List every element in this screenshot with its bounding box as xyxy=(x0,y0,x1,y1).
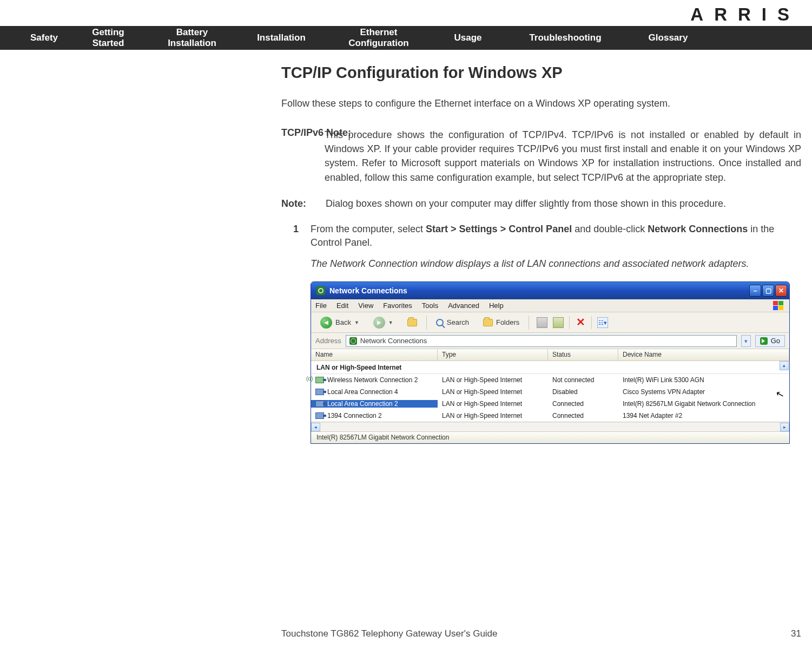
list-body: ▴ LAN or High-Speed Internet Wireless Ne… xyxy=(311,361,789,422)
address-icon xyxy=(349,337,357,345)
address-label: Address xyxy=(315,337,341,345)
back-label: Back xyxy=(335,318,351,326)
row-name: 1394 Connection 2 xyxy=(327,412,382,419)
copy-to-icon[interactable] xyxy=(553,317,564,328)
nav-ethernet-l2: Configuration xyxy=(348,38,408,48)
tcpipv6-note: TCP/IPv6 Note: This procedure shows the … xyxy=(281,126,801,184)
row-name: Local Area Connection 4 xyxy=(327,388,398,396)
nav-safety[interactable]: Safety xyxy=(16,32,70,43)
forward-dropdown-icon[interactable]: ▼ xyxy=(388,320,393,325)
nav-glossary[interactable]: Glossary xyxy=(628,32,709,43)
general-note-body: Dialog boxes shown on your computer may … xyxy=(326,196,726,211)
list-item[interactable]: Local Area Connection 4 LAN or High-Spee… xyxy=(311,386,789,398)
menu-bar: File Edit View Favorites Tools Advanced … xyxy=(311,299,789,312)
nav-getting-started-l2: Started xyxy=(93,38,124,48)
minimize-button[interactable]: – xyxy=(749,285,761,297)
step-1-target: Network Connections xyxy=(648,224,748,234)
menu-advanced[interactable]: Advanced xyxy=(448,301,479,310)
views-button[interactable]: ☷▾ xyxy=(597,317,608,328)
address-dropdown[interactable]: ▾ xyxy=(741,335,751,347)
status-bar: Intel(R) 82567LM Gigabit Network Connect… xyxy=(311,431,789,443)
menu-edit[interactable]: Edit xyxy=(336,301,348,310)
close-button[interactable]: ✕ xyxy=(775,285,787,297)
menu-view[interactable]: View xyxy=(358,301,373,310)
scroll-up-button[interactable]: ▴ xyxy=(780,361,789,370)
col-status[interactable]: Status xyxy=(548,349,618,360)
nav-getting-started[interactable]: Getting Started xyxy=(70,27,146,49)
scroll-left-button[interactable]: ◂ xyxy=(311,423,320,431)
back-button[interactable]: ◄ Back ▼ xyxy=(315,315,364,330)
windows-flag-icon xyxy=(773,301,785,311)
row-type: LAN or High-Speed Internet xyxy=(438,388,548,396)
row-status: Disabled xyxy=(548,388,618,396)
go-button[interactable]: Go xyxy=(755,335,785,347)
delete-icon[interactable]: ✕ xyxy=(575,317,586,328)
up-folder-icon xyxy=(407,319,417,326)
scroll-track[interactable] xyxy=(320,423,780,431)
step-1-result: The Network Connection window displays a… xyxy=(311,257,801,271)
folders-button[interactable]: Folders xyxy=(478,315,524,330)
horizontal-scrollbar[interactable]: ◂ ▸ xyxy=(311,422,789,431)
back-icon: ◄ xyxy=(320,317,332,329)
up-button[interactable] xyxy=(402,315,422,330)
menu-favorites[interactable]: Favorites xyxy=(383,301,412,310)
menu-help[interactable]: Help xyxy=(489,301,504,310)
toolbar-separator-4 xyxy=(591,316,592,329)
list-item[interactable]: 1394 Connection 2 LAN or High-Speed Inte… xyxy=(311,410,789,422)
row-device: Intel(R) WiFi Link 5300 AGN xyxy=(618,376,789,384)
nav-installation[interactable]: Installation xyxy=(238,32,325,43)
row-name: Local Area Connection 2 xyxy=(327,400,398,408)
content: TCP/IP Configuration for Windows XP Foll… xyxy=(281,64,801,444)
list-item[interactable]: Wireless Network Connection 2 LAN or Hig… xyxy=(311,374,789,386)
back-dropdown-icon[interactable]: ▼ xyxy=(354,320,359,325)
row-status: Not connected xyxy=(548,376,618,384)
toolbar: ◄ Back ▼ ► ▼ Search Folders xyxy=(311,312,789,333)
forward-button[interactable]: ► ▼ xyxy=(368,315,398,330)
row-device: 1394 Net Adapter #2 xyxy=(618,412,789,419)
move-to-icon[interactable] xyxy=(537,317,547,328)
menu-tools[interactable]: Tools xyxy=(422,301,438,310)
list-item-selected[interactable]: Local Area Connection 2 LAN or High-Spee… xyxy=(311,398,789,410)
nic-icon xyxy=(315,401,324,407)
nic-icon xyxy=(315,389,324,395)
col-name[interactable]: Name xyxy=(311,349,438,360)
nav-ethernet-configuration[interactable]: Ethernet Configuration xyxy=(325,27,433,49)
search-label: Search xyxy=(447,318,469,326)
toolbar-separator-2 xyxy=(529,316,529,330)
address-value: Network Connections xyxy=(360,337,427,345)
search-icon xyxy=(436,319,444,326)
step-1-text-c: and double-click xyxy=(572,224,648,234)
maximize-button[interactable]: ▢ xyxy=(762,285,774,297)
page-footer: Touchstone TG862 Telephony Gateway User'… xyxy=(281,628,801,639)
nav-battery-installation[interactable]: Battery Installation xyxy=(146,27,238,49)
intro-text: Follow these steps to configure the Ethe… xyxy=(281,97,801,110)
go-icon xyxy=(760,337,768,345)
forward-icon: ► xyxy=(373,317,385,329)
nav-battery-l1: Battery xyxy=(176,27,208,37)
address-bar: Address Network Connections ▾ Go xyxy=(311,333,789,349)
menu-file[interactable]: File xyxy=(315,301,327,310)
row-status: Connected xyxy=(548,400,618,408)
nav-usage[interactable]: Usage xyxy=(433,32,503,43)
window-title: Network Connections xyxy=(329,286,749,295)
row-type: LAN or High-Speed Internet xyxy=(438,376,548,384)
address-input[interactable]: Network Connections xyxy=(346,335,737,347)
col-device[interactable]: Device Name xyxy=(618,349,789,360)
scroll-right-button[interactable]: ▸ xyxy=(780,423,789,431)
nav-troubleshooting[interactable]: Troubleshooting xyxy=(503,32,628,43)
row-name: Wireless Network Connection 2 xyxy=(327,376,418,384)
brand-logo: ARRIS xyxy=(690,4,800,25)
folders-icon xyxy=(483,319,493,326)
list-group: LAN or High-Speed Internet xyxy=(311,361,789,374)
toolbar-separator xyxy=(426,316,427,330)
network-connections-window: Network Connections – ▢ ✕ File Edit View… xyxy=(311,281,790,444)
window-titlebar[interactable]: Network Connections – ▢ ✕ xyxy=(311,282,789,299)
row-type: LAN or High-Speed Internet xyxy=(438,400,548,408)
tcpipv6-note-body: This procedure shows the configuration o… xyxy=(281,128,801,184)
col-type[interactable]: Type xyxy=(438,349,548,360)
row-status: Connected xyxy=(548,412,618,419)
nav-ethernet-l1: Ethernet xyxy=(360,27,398,37)
network-icon xyxy=(316,286,325,295)
row-device: Cisco Systems VPN Adapter xyxy=(618,388,789,396)
search-button[interactable]: Search xyxy=(431,315,474,330)
